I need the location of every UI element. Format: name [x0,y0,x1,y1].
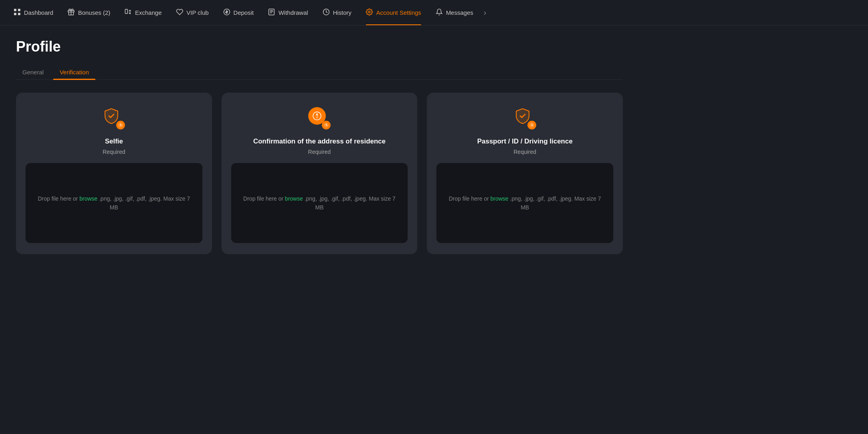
page-title: Profile [16,38,623,55]
nav-label-deposit: Deposit [234,9,254,16]
nav-item-withdrawal[interactable]: Withdrawal [261,0,315,26]
nav-label-messages: Messages [446,9,473,16]
card-address-title: Confirmation of the address of residence [253,137,386,145]
shield-clock-icon-2 [514,107,536,129]
card-selfie-dropzone[interactable]: Drop file here or browse .png, .jpg, .gi… [26,163,202,243]
receipt-icon [268,8,275,17]
svg-rect-6 [125,9,128,14]
selfie-icon-wrapper [101,106,127,131]
svg-rect-3 [18,13,20,15]
clock-badge-address [322,121,331,129]
card-address: Confirmation of the address of residence… [222,93,418,254]
card-passport-dropzone[interactable]: Drop file here or browse .png, .jpg, .gi… [436,163,613,243]
svg-point-13 [369,11,371,13]
browse-link-address[interactable]: browse [285,195,303,202]
grid-icon [14,8,21,17]
browse-link-passport[interactable]: browse [490,195,508,202]
nav-chevron[interactable]: › [480,0,489,26]
nav-item-history[interactable]: History [315,0,359,26]
card-address-subtitle: Required [308,149,331,155]
passport-icon-wrapper [512,106,538,131]
card-passport-subtitle: Required [513,149,536,155]
gear-icon [366,8,373,17]
dollar-icon [223,8,230,17]
nav-label-vip: VIP club [186,9,209,16]
nav-label-history: History [333,9,352,16]
shield-clock-icon [103,107,125,129]
clock-icon [323,8,330,17]
svg-rect-1 [18,9,20,11]
tab-general[interactable]: General [16,65,50,80]
navbar: Dashboard Bonuses (2) Exchange [0,0,868,26]
card-selfie: Selfie Required Drop file here or browse… [16,93,212,254]
verification-cards: Selfie Required Drop file here or browse… [16,93,623,254]
nav-item-vip[interactable]: VIP club [169,0,216,26]
heart-icon [176,8,183,17]
svg-rect-0 [14,9,16,11]
nav-label-account-settings: Account Settings [376,9,421,16]
card-passport: Passport / ID / Driving licence Required… [427,93,623,254]
drop-text-selfie: Drop file here or browse .png, .jpg, .gi… [35,194,193,212]
tab-verification[interactable]: Verification [53,65,95,80]
drop-text-passport: Drop file here or browse .png, .jpg, .gi… [446,194,604,212]
nav-label-withdrawal: Withdrawal [278,9,308,16]
clock-badge-selfie [116,121,125,129]
nav-label-exchange: Exchange [135,9,162,16]
svg-marker-17 [316,116,318,119]
card-address-dropzone[interactable]: Drop file here or browse .png, .jpg, .gi… [231,163,408,243]
svg-rect-2 [14,13,16,15]
main-content: Profile General Verification [0,26,639,267]
compass-clock-icon [308,107,331,129]
card-selfie-subtitle: Required [103,149,125,155]
svg-marker-16 [316,113,318,116]
address-icon-wrapper [307,106,332,131]
nav-item-account-settings[interactable]: Account Settings [359,0,428,26]
card-passport-title: Passport / ID / Driving licence [477,137,573,145]
nav-item-deposit[interactable]: Deposit [216,0,261,26]
nav-item-bonuses[interactable]: Bonuses (2) [60,0,117,26]
exchange-icon [125,8,132,17]
drop-text-address: Drop file here or browse .png, .jpg, .gi… [241,194,398,212]
gift-icon [67,8,75,17]
clock-badge-passport [527,121,536,129]
nav-item-dashboard[interactable]: Dashboard [6,0,60,26]
nav-item-messages[interactable]: Messages [428,0,480,26]
nav-item-exchange[interactable]: Exchange [117,0,169,26]
tabs-bar: General Verification [16,65,623,80]
bell-icon [436,8,443,17]
nav-label-bonuses: Bonuses (2) [78,9,110,16]
nav-label-dashboard: Dashboard [24,9,53,16]
card-selfie-title: Selfie [105,137,123,145]
browse-link-selfie[interactable]: browse [79,195,97,202]
chevron-right-icon: › [484,8,486,17]
